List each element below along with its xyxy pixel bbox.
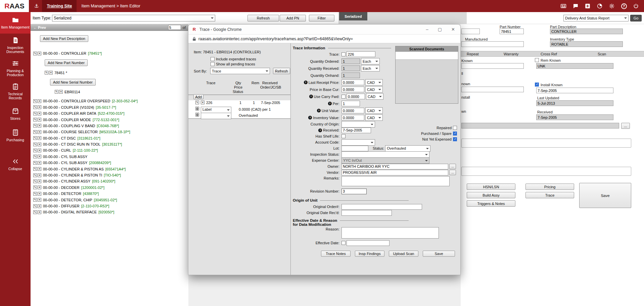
add-trace-button[interactable]: Add xyxy=(193,94,203,99)
tree-item[interactable]: ✎ ✕ 00-00-00 - CYLINDER ASSY [091-140200… xyxy=(33,178,188,184)
delete-icon[interactable]: ✕ xyxy=(38,210,41,214)
remarks-textarea[interactable] xyxy=(341,176,450,186)
delete-icon[interactable]: ✕ xyxy=(38,149,41,152)
rem-known-checkbox[interactable] xyxy=(535,58,539,62)
edit-icon[interactable]: ✎ xyxy=(33,155,37,158)
tree-item[interactable]: ✎ ✕ 00-00-00 - DIFFUSER [2-110-070-R53*] xyxy=(33,203,188,209)
edit-icon[interactable]: ✎ xyxy=(33,149,37,152)
delete-icon[interactable]: ✕ xyxy=(38,105,41,109)
carry-fwd-currency-select[interactable]: CAD xyxy=(366,93,383,100)
last-receipt-currency-select[interactable]: CAD xyxy=(365,79,383,86)
edit-icon[interactable]: ✎ xyxy=(33,136,37,140)
add-pn-button[interactable]: Add PN xyxy=(280,15,306,21)
qty-ordered-unit-select[interactable]: Each xyxy=(361,58,380,64)
delete-icon[interactable]: ✕ xyxy=(38,99,41,103)
tree-item[interactable]: ✎ ✕ 00-00-00 - COUPLER (VI1024) [35-5017… xyxy=(33,104,188,110)
per-input[interactable] xyxy=(341,101,360,106)
delete-icon[interactable]: ✕ xyxy=(38,192,41,196)
training-site-link[interactable]: Training Site xyxy=(42,0,77,12)
clipped-text-box[interactable] xyxy=(461,139,631,148)
edit-icon[interactable]: ✎ xyxy=(33,105,37,109)
hsn-lsn-button[interactable]: HSN/LSN xyxy=(467,184,515,190)
edit-icon[interactable]: ✎ xyxy=(33,130,37,134)
not-yet-expensed-row[interactable]: Not Yet Expensed xyxy=(421,137,457,141)
browse-ellipsis-button[interactable]: ... xyxy=(621,123,630,129)
original-order-input[interactable] xyxy=(341,204,422,210)
vendor-input[interactable] xyxy=(341,170,448,175)
add-new-serial-number-button[interactable]: Add New Serial Number xyxy=(50,79,96,86)
expense-center-select[interactable]: YYC In/Out xyxy=(341,157,429,164)
tree-item[interactable]: ✎ ✕ 00-00-00 - CURL [2-111-100-22*] xyxy=(33,147,188,153)
trace-checkbox[interactable] xyxy=(341,52,346,56)
trace-button[interactable]: Trace xyxy=(525,192,574,198)
received-input[interactable] xyxy=(536,114,613,120)
status-select[interactable]: Overhauled xyxy=(385,145,430,152)
inventory-value-currency-select[interactable]: CAD xyxy=(365,114,383,121)
popup-save-button[interactable]: Save xyxy=(423,251,455,257)
trace-row[interactable]: ✎ ✕ 226 1 1 7-Sep-2005 xyxy=(188,100,290,106)
delete-icon[interactable]: ✕ xyxy=(38,124,41,128)
go-button[interactable]: Go xyxy=(630,15,642,21)
build-assy-button[interactable]: Build Assy xyxy=(467,192,515,198)
effective-date-input[interactable] xyxy=(347,240,389,246)
clipped-input[interactable] xyxy=(461,87,524,92)
help-icon[interactable]: ? xyxy=(328,102,332,105)
filter-button[interactable]: Filter xyxy=(309,15,334,21)
delete-icon[interactable]: ✕ xyxy=(38,136,41,140)
tree-item[interactable]: ✎ ✕ 00-00-00 - CYL SUB ASSY xyxy=(33,154,188,160)
delete-icon[interactable]: ✕ xyxy=(38,118,41,121)
clipped-input[interactable] xyxy=(461,63,524,69)
edit-icon[interactable]: ✎ xyxy=(33,118,37,121)
raas-logo[interactable]: RAAS xyxy=(0,0,29,12)
owner-input[interactable] xyxy=(341,164,448,169)
report-select[interactable]: Delivery And Status Report xyxy=(563,15,629,21)
edit-icon[interactable]: ✎ xyxy=(33,124,37,128)
minimize-icon[interactable]: – xyxy=(426,27,428,32)
power-icon[interactable] xyxy=(633,3,639,9)
tree-item[interactable]: ✎ ✕ 00-00-00 - CYLINDER & PISTON TI [TIO… xyxy=(33,172,188,178)
tree-item[interactable]: ✎ ✕ 00-00-00 - CT DISC [3118621-01*] xyxy=(33,135,188,141)
carry-fwd-input[interactable] xyxy=(347,94,365,99)
prev-page-link[interactable]: ← Prev xyxy=(33,26,46,30)
vendor-browse-button[interactable]: ... xyxy=(449,170,456,175)
edit-icon[interactable]: ✎ xyxy=(33,173,37,177)
tab-repeat[interactable]: Repeat xyxy=(467,52,478,56)
clipped-wide-input[interactable] xyxy=(461,123,619,129)
tree-item[interactable]: ✎ ✕ 00-00-00 - CT DISC RUN IN TOOL [3013… xyxy=(33,141,188,147)
delete-icon[interactable]: ✕ xyxy=(38,167,41,171)
trace-refresh-button[interactable]: Refresh xyxy=(273,68,290,74)
price-base-input[interactable] xyxy=(341,87,364,92)
qty-ordered-input[interactable] xyxy=(341,58,360,64)
install-known-checkbox[interactable] xyxy=(535,83,539,87)
account-code-select[interactable] xyxy=(341,139,375,146)
reason-textarea[interactable] xyxy=(341,227,439,239)
delete-icon[interactable]: ✕ xyxy=(38,180,41,183)
triggers-notes-button[interactable]: Triggers & Notes xyxy=(467,200,515,207)
inventory-value-input[interactable] xyxy=(341,115,364,120)
unit-value-input[interactable] xyxy=(341,108,364,113)
purchased-spare-checkbox[interactable] xyxy=(453,132,457,136)
print-tag-icon[interactable] xyxy=(195,113,199,116)
help-icon[interactable]: ? xyxy=(304,81,308,84)
edit-icon[interactable]: ✎ xyxy=(55,90,58,94)
show-pending-checkbox-row[interactable]: Show all pending traces xyxy=(211,62,255,66)
page-number-input[interactable] xyxy=(168,25,181,30)
qty-received-input[interactable] xyxy=(341,65,360,71)
repaired-checkbox[interactable] xyxy=(453,126,457,130)
tree-item[interactable]: ✎ ✕ 00-00-00 - DETECTOR, CHIP [3045951-0… xyxy=(33,197,188,203)
edit-icon[interactable]: ✎ xyxy=(33,161,37,165)
clipped-input[interactable] xyxy=(461,29,480,34)
tree-item[interactable]: ✎ ✕ 00-00-00 - DIGITAL INTERFACE [920050… xyxy=(33,209,188,215)
part-description-input[interactable] xyxy=(550,29,623,34)
edit-icon[interactable]: ✎ xyxy=(33,180,37,183)
edit-icon[interactable]: ✎ xyxy=(45,71,48,74)
tab-warranty[interactable]: Warranty xyxy=(504,52,518,56)
add-new-part-description-button[interactable]: Add New Part Description xyxy=(40,35,88,42)
tab-scan[interactable]: Scan xyxy=(598,52,606,56)
price-base-currency-select[interactable]: CAD xyxy=(365,86,383,93)
delete-icon[interactable]: ✕ xyxy=(38,112,41,115)
carry-fwd-checkbox[interactable] xyxy=(341,95,346,99)
edit-icon[interactable]: ✎ xyxy=(33,99,37,103)
edit-icon[interactable]: ✎ xyxy=(33,204,37,208)
manufactured-input[interactable] xyxy=(461,41,524,47)
